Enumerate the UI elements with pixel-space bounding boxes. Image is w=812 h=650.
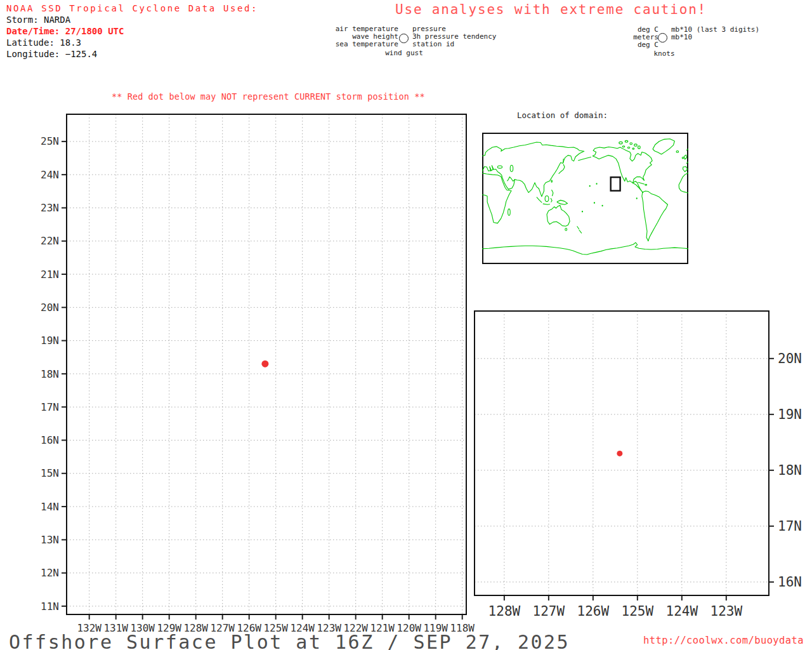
plot-title: Offshore Surface Plot at 16Z / SEP 27, 2… <box>9 631 570 650</box>
units-deg-c-air: deg C <box>532 26 658 33</box>
units-meters: meters <box>532 34 658 41</box>
y-axis-label: 23N <box>41 202 59 214</box>
y-axis-label: 21N <box>41 269 59 281</box>
domain-map-title: Location of domain: <box>517 110 608 120</box>
units-mb10-last3: mb*10 (last 3 digits) <box>671 26 759 33</box>
units-knots: knots <box>629 50 699 57</box>
header-storm-name: Storm: NARDA <box>6 15 70 24</box>
y-axis-label: 24N <box>41 169 59 181</box>
y-axis-label: 14N <box>41 501 59 513</box>
y-axis-label: 17N <box>778 519 802 534</box>
station-circle-icon <box>399 34 409 43</box>
source-url-link[interactable]: http://coolwx.com/buoydata <box>643 635 804 646</box>
storm-position-warning: ** Red dot below may NOT represent CURRE… <box>112 91 425 102</box>
header-source-line: NOAA SSD Tropical Cyclone Data Used: <box>6 4 258 13</box>
y-axis-label: 15N <box>41 467 59 479</box>
y-axis-label: 16N <box>778 574 802 590</box>
world-map <box>482 133 688 264</box>
header-datetime: Date/Time: 27/1800 UTC <box>6 27 124 36</box>
x-axis-label: 123W <box>710 604 743 619</box>
x-axis-label: 125W <box>622 604 654 619</box>
storm-position-dot <box>261 361 268 368</box>
y-axis-label: 22N <box>41 235 59 247</box>
legend-sea-temperature: sea temperature <box>272 41 398 48</box>
y-axis-label: 25N <box>41 135 59 147</box>
legend-wind-gust: wind gust <box>369 50 439 56</box>
coastlines <box>482 139 688 255</box>
y-axis-label: 19N <box>41 335 59 347</box>
x-axis-label: 126W <box>577 604 610 619</box>
inset-storm-plot: 128W127W126W125W124W123W20N19N18N17N16N <box>468 310 812 627</box>
y-axis-label: 20N <box>778 351 802 366</box>
caution-headline: Use analyses with extreme caution! <box>395 2 707 17</box>
y-axis-label: 18N <box>778 463 802 478</box>
legend-pressure: pressure <box>412 25 446 32</box>
units-deg-c-sea: deg C <box>532 41 658 48</box>
y-axis-label: 17N <box>41 401 59 413</box>
x-axis-label: 127W <box>533 604 565 619</box>
x-axis-label: 124W <box>666 604 698 619</box>
y-axis-label: 12N <box>41 567 59 579</box>
domain-rectangle-marker <box>611 177 620 190</box>
header-longitude: Longitude: −125.4 <box>6 50 97 58</box>
world-map-border <box>483 133 688 263</box>
y-axis-label: 18N <box>41 368 59 380</box>
station-circle-icon <box>658 33 667 43</box>
legend-wave-height: wave height <box>272 33 398 40</box>
header-latitude: Latitude: 18.3 <box>6 38 81 47</box>
units-mb10: mb*10 <box>671 34 692 41</box>
storm-position-dot <box>617 451 622 456</box>
x-axis-label: 128W <box>488 604 521 619</box>
legend-station-id: station id <box>412 41 454 48</box>
y-axis-label: 11N <box>41 600 59 613</box>
buoy-plot-page: NOAA SSD Tropical Cyclone Data Used: Sto… <box>0 0 812 650</box>
y-axis-label: 13N <box>41 534 59 546</box>
y-axis-label: 20N <box>41 302 59 314</box>
y-axis-label: 16N <box>41 434 59 446</box>
legend-air-temperature: air temperature <box>272 25 398 32</box>
y-axis-label: 19N <box>778 407 802 422</box>
legend-pressure-tendency: 3h pressure tendency <box>412 33 496 40</box>
main-storm-plot: 132W131W130W129W128W127W126W125W124W123W… <box>35 114 479 640</box>
